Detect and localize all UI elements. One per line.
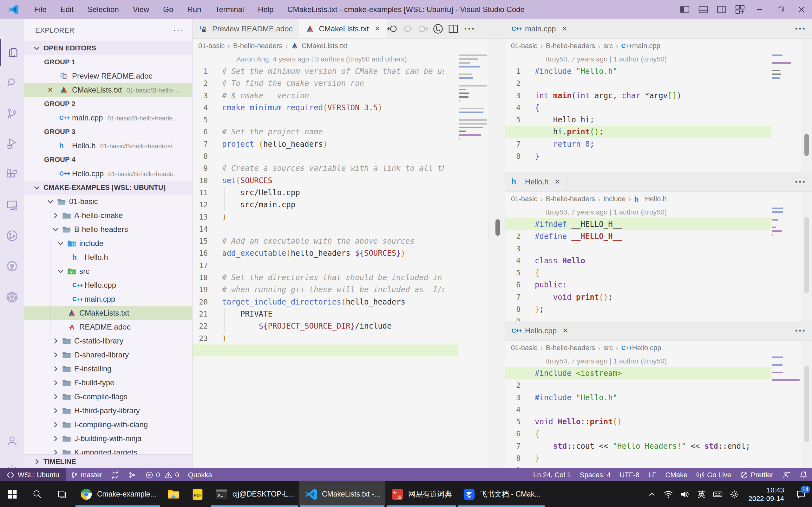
breadcrumb-item[interactable]: main.cpp	[632, 42, 660, 50]
tree-item-d-shared-library[interactable]: D-shared-library	[24, 348, 193, 362]
code-line-6[interactable]: 6 {	[505, 428, 812, 440]
window-restore-button[interactable]	[770, 0, 791, 19]
split-editor-icon[interactable]	[448, 23, 459, 34]
tree-item-f-build-type[interactable]: F-build-type	[24, 376, 193, 390]
breadcrumb-item[interactable]: src	[604, 42, 613, 50]
tab-hello-cpp[interactable]: C++ Hello.cpp ✕	[505, 321, 575, 340]
code-line-5[interactable]: 5 {	[505, 267, 812, 279]
tree-item-j-building-with-ninja[interactable]: J-building-with-ninja	[24, 432, 193, 446]
open-editor-item-main-cpp[interactable]: C++ main.cpp01-basic/B-hello-heade...	[24, 111, 193, 125]
taskbar-app-file-explorer[interactable]	[161, 481, 186, 507]
code-line-9[interactable]: 9 # Create a sources variable with a lin…	[193, 162, 505, 174]
tab-hello-h[interactable]: h Hello.h ✕	[505, 172, 567, 191]
code-line-4[interactable]: 4 class Hello	[505, 255, 812, 267]
taskbar-task-view-button[interactable]	[49, 481, 74, 507]
code-line-4[interactable]: 4 {	[505, 102, 812, 114]
code-line-2[interactable]: 2	[505, 77, 812, 89]
tray-hidden-icons-icon[interactable]	[644, 481, 660, 507]
more-actions-icon[interactable]: ···	[795, 176, 806, 187]
tree-item-cmakelists-txt[interactable]: CMakeLists.txt	[24, 306, 193, 320]
more-actions-icon[interactable]: ···	[795, 23, 806, 34]
breadcrumb-item[interactable]: include	[604, 195, 626, 203]
open-editor-item-hello-h[interactable]: h Hello.h01-basic/B-hello-headers/...	[24, 139, 193, 153]
code-line-12[interactable]: 12 src/main.cpp	[193, 199, 505, 211]
tray-settings-icon[interactable]	[726, 481, 743, 507]
scrollbar[interactable]	[488, 39, 505, 468]
toggle-panel-icon[interactable]	[698, 4, 709, 15]
activity-explorer-icon[interactable]	[0, 39, 24, 66]
menu-terminal[interactable]: Terminal	[208, 0, 251, 19]
minimap[interactable]	[772, 356, 801, 394]
code-line-8[interactable]: 8	[193, 150, 505, 162]
git-compare-icon[interactable]	[433, 23, 444, 34]
taskbar-app-terminal[interactable]: cjj@DESKTOP-L...	[210, 481, 299, 507]
code-area[interactable]: ttroy50, 7 years ago | 1 author (ttroy50…	[505, 355, 812, 468]
scrollbar[interactable]	[801, 192, 812, 321]
code-line-13[interactable]: 13 )	[193, 211, 505, 223]
section-timeline[interactable]: TIMELINE	[24, 454, 193, 468]
eol-status[interactable]: LF	[644, 468, 661, 481]
open-editor-item-hello-cpp[interactable]: C++ Hello.cpp01-basic/B-hello-heade...	[24, 167, 193, 181]
code-line-1[interactable]: 1 #include <iostream>	[505, 367, 812, 379]
activity-remote-explorer-icon[interactable]	[0, 192, 24, 219]
navigate-back-icon[interactable]	[387, 23, 398, 34]
code-line-17[interactable]: 17	[193, 260, 505, 272]
code-line-8[interactable]: 8 };	[505, 303, 812, 315]
code-line-6[interactable]: 6 public:	[505, 279, 812, 291]
tray-volume-icon[interactable]	[676, 481, 693, 507]
quokka-status[interactable]: Quokka	[184, 468, 217, 481]
activity-extensions-icon[interactable]	[0, 161, 24, 188]
code-line-21[interactable]: 21 PRIVATE	[193, 308, 505, 320]
section-open-editors[interactable]: OPEN EDITORS	[24, 41, 193, 55]
scrollbar[interactable]	[801, 39, 812, 172]
tree-item-h-third-party-library[interactable]: H-third-party-library	[24, 404, 193, 418]
tree-item-src[interactable]: src	[24, 264, 193, 278]
menu-file[interactable]: File	[27, 0, 54, 19]
taskbar-search-button[interactable]	[25, 481, 49, 507]
toggle-primary-sidebar-icon[interactable]	[679, 4, 690, 15]
breadcrumb-item[interactable]: B-hello-headers	[546, 42, 595, 50]
activity-search-icon[interactable]	[0, 69, 24, 97]
code-line-1[interactable]: 1 #ifndef __HELLO_H__	[505, 218, 812, 230]
menu-run[interactable]: Run	[180, 0, 208, 19]
tree-item-01-basic[interactable]: 01-basic	[24, 194, 193, 209]
close-icon[interactable]: ✕	[47, 86, 55, 94]
taskbar-app-chrome[interactable]: Cmake-example...	[74, 481, 161, 507]
open-editor-item-preview-readme-adoc[interactable]: Preview README.adoc	[24, 69, 193, 83]
close-icon[interactable]: ✕	[561, 25, 567, 33]
code-line-16[interactable]: 16 add_executable(hello_headers ${SOURCE…	[193, 247, 505, 259]
breadcrumb-item[interactable]: Hello.h	[645, 195, 666, 203]
tree-item-hello-h[interactable]: h Hello.h	[24, 250, 193, 264]
navigate-origin-icon[interactable]	[402, 23, 413, 34]
minimap[interactable]	[772, 55, 801, 88]
ime-language-indicator[interactable]: 英	[693, 481, 710, 507]
code-line-1[interactable]: 1 # Set the minimum version of CMake tha…	[193, 65, 505, 77]
tree-item-hello-cpp[interactable]: C++ Hello.cpp	[24, 278, 193, 292]
more-actions-icon[interactable]: ···	[795, 326, 806, 336]
more-actions-icon[interactable]: ···	[464, 23, 475, 34]
code-line-24[interactable]: 24	[193, 344, 505, 356]
breadcrumb-item[interactable]: B-hello-headers	[546, 344, 595, 352]
scrollbar[interactable]	[801, 341, 812, 468]
problems-status[interactable]: 00	[141, 468, 184, 481]
remote-indicator[interactable]: WSL: Ubuntu	[0, 468, 66, 481]
breadcrumb-item[interactable]: 01-basic	[511, 42, 537, 50]
tree-item-a-hello-cmake[interactable]: A-hello-cmake	[24, 209, 193, 222]
tab-cmakelists-txt[interactable]: CMakeLists.txt ✕	[299, 19, 387, 38]
git-branch-status[interactable]: master	[66, 468, 107, 481]
code-area[interactable]: ttroy50, 7 years ago | 1 author (ttroy50…	[505, 206, 812, 321]
toggle-secondary-sidebar-icon[interactable]	[716, 4, 727, 15]
activity-kubernetes-icon[interactable]	[0, 283, 24, 311]
code-line-14[interactable]: 14	[193, 223, 505, 235]
close-icon[interactable]: ✕	[562, 327, 568, 335]
code-line-7[interactable]: 7 void print();	[505, 291, 812, 303]
code-line-3[interactable]: 3 #include "Hello.h"	[505, 392, 812, 404]
code-line-7[interactable]: 7 return 0;	[505, 138, 812, 150]
tray-touch-keyboard-icon[interactable]	[710, 481, 726, 507]
code-line-3[interactable]: 3 # $ cmake --version	[193, 90, 505, 102]
close-icon[interactable]: ✕	[374, 25, 380, 33]
taskbar-start-button[interactable]	[0, 481, 25, 507]
prettier-status[interactable]: Prettier	[735, 468, 778, 481]
tab-preview-readme-adoc[interactable]: Preview README.adoc	[193, 19, 299, 38]
code-line-6[interactable]: 6 # Set the project name	[193, 126, 505, 138]
